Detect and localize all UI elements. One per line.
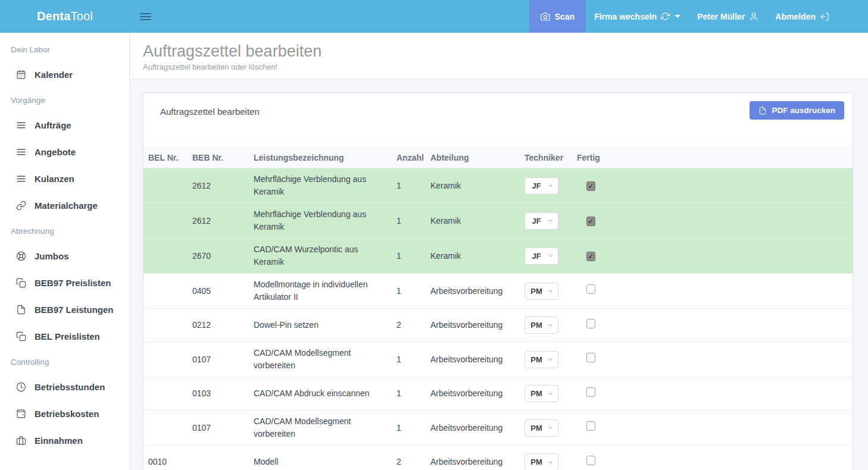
techniker-select[interactable]: PM [524, 317, 558, 334]
sidebar-item-beb97-preislisten[interactable]: BEB97 Preislisten [0, 270, 129, 296]
techniker-select[interactable]: PM [524, 453, 558, 470]
content-area: Auftragszettel bearbeiten PDF ausdrucken… [130, 80, 868, 470]
sidebar-item-label: Einnahmen [35, 435, 83, 446]
header-actions: Scan Firma wechseln Peter Müller Abmelde… [529, 0, 868, 33]
card-header: Auftragszettel bearbeiten PDF ausdrucken [143, 93, 853, 147]
logo-text-bold: Denta [37, 10, 71, 23]
logout-icon [820, 12, 829, 21]
sidebar-item-einnahmen[interactable]: Einnahmen [0, 427, 129, 454]
cell-spacer [620, 446, 853, 470]
cell-beb-nr: 0107 [188, 411, 249, 446]
order-card: Auftragszettel bearbeiten PDF ausdrucken… [143, 92, 853, 470]
sidebar-item-label: BEB97 Preislisten [35, 278, 111, 288]
fertig-checkbox[interactable] [586, 421, 595, 431]
table-row: 0405Modellmontage in individuellen Artik… [143, 274, 853, 309]
fertig-checkbox[interactable]: ✓ [586, 181, 595, 191]
column-header: Leistungsbezeichnung [249, 148, 392, 168]
techniker-select[interactable]: JF [524, 212, 558, 230]
company-switch-button[interactable]: Firma wechseln [586, 0, 689, 33]
sidebar-item-label: Kulanzen [35, 174, 74, 184]
logout-button[interactable]: Abmelden [767, 0, 838, 33]
fertig-checkbox[interactable] [586, 353, 595, 362]
table-row: 0212Dowel-Pin setzen2Arbeitsvorbereitung… [143, 309, 853, 342]
techniker-select-value: PM [525, 353, 548, 366]
fertig-checkbox[interactable]: ✓ [586, 252, 595, 261]
techniker-select[interactable]: PM [524, 283, 558, 300]
cell-bel-nr [143, 377, 188, 411]
cell-spacer [620, 168, 853, 203]
clock-icon [16, 382, 26, 392]
sidebar-item-label: Jumbos [35, 251, 69, 261]
techniker-select[interactable]: PM [524, 351, 558, 368]
fertig-checkbox[interactable] [586, 456, 595, 465]
fertig-checkbox[interactable] [586, 387, 595, 397]
chevron-down-icon [548, 288, 554, 294]
cell-fertig [572, 411, 620, 446]
cell-leistungsbezeichnung: Dowel-Pin setzen [249, 309, 392, 342]
order-table-body: 2612Mehrflächige Verblendung aus Keramik… [143, 168, 853, 470]
list-icon [16, 174, 26, 184]
list-icon [16, 147, 26, 157]
pdf-print-button[interactable]: PDF ausdrucken [750, 101, 844, 120]
app-header: DentaTool Scan Firma wechseln Peter Müll… [0, 0, 868, 33]
sidebar-item-betriebsstunden[interactable]: Betriebsstunden [0, 374, 129, 400]
column-header: Techniker [520, 148, 572, 168]
fertig-checkbox[interactable] [586, 284, 595, 294]
cell-anzahl: 2 [392, 309, 426, 342]
sidebar-item-bel-preislisten[interactable]: BEL Preislisten [0, 323, 129, 350]
chevron-down-icon [548, 459, 554, 465]
caret-down-icon [675, 15, 680, 18]
menu-toggle-icon[interactable] [140, 11, 151, 22]
sidebar-item-jumbos[interactable]: Jumbos [0, 243, 129, 270]
table-row: 0010Modell2ArbeitsvorbereitungPM [143, 446, 853, 470]
cell-anzahl: 1 [392, 274, 426, 309]
sidebar-item-kalender[interactable]: Kalender [0, 61, 129, 88]
cell-anzahl: 1 [392, 203, 426, 239]
sidebar-item-beb97-leistungen[interactable]: BEB97 Leistungen [0, 296, 129, 323]
fertig-checkbox[interactable]: ✓ [586, 217, 595, 226]
cell-fertig [572, 342, 620, 377]
cell-leistungsbezeichnung: Mehrflächige Verblendung aus Keramik [249, 168, 392, 203]
sidebar-item-label: Aufträge [35, 120, 71, 130]
fertig-checkbox[interactable] [586, 319, 595, 328]
cell-spacer [620, 274, 853, 309]
cell-beb-nr: 0405 [188, 274, 249, 309]
cell-techniker: PM [520, 377, 572, 411]
sidebar-item-angebote[interactable]: Angebote [0, 139, 129, 165]
user-menu-button[interactable]: Peter Müller [689, 0, 767, 33]
column-header: Anzahl [392, 148, 426, 168]
sidebar-item-kulanzen[interactable]: Kulanzen [0, 165, 129, 192]
techniker-select[interactable]: PM [524, 419, 558, 437]
logout-label: Abmelden [775, 12, 816, 21]
sidebar-item-label: Materialcharge [35, 200, 98, 211]
cell-leistungsbezeichnung: Modell [249, 446, 392, 470]
sidebar-item-label: Betriebsstunden [35, 382, 105, 392]
cell-beb-nr [188, 446, 249, 470]
sidebar-item-label: Kalender [35, 70, 73, 80]
cell-bel-nr [143, 274, 188, 309]
copy-icon [16, 278, 26, 288]
cell-abteilung: Arbeitsvorbereitung [426, 411, 520, 446]
table-row: 2612Mehrflächige Verblendung aus Keramik… [143, 168, 853, 203]
cell-techniker: JF [520, 168, 572, 203]
sidebar-item-materialcharge[interactable]: Materialcharge [0, 192, 129, 219]
techniker-select[interactable]: JF [524, 247, 558, 265]
cell-abteilung: Keramik [426, 203, 520, 239]
chevron-down-icon [548, 391, 554, 397]
techniker-select[interactable]: JF [524, 177, 558, 195]
column-header: Fertig [572, 148, 620, 168]
techniker-select-value: PM [525, 319, 548, 331]
sidebar-item-betriebskosten[interactable]: Betriebskosten [0, 400, 129, 427]
chevron-down-icon [548, 253, 554, 259]
sidebar-item-auftr-ge[interactable]: Aufträge [0, 112, 129, 139]
techniker-select[interactable]: PM [524, 385, 558, 402]
chevron-down-icon [548, 183, 554, 189]
cell-bel-nr [143, 168, 188, 203]
cell-abteilung: Arbeitsvorbereitung [426, 274, 520, 309]
pdf-file-icon [758, 106, 767, 115]
sidebar-item-label: BEB97 Leistungen [35, 305, 114, 315]
scan-button[interactable]: Scan [529, 0, 586, 33]
cell-bel-nr [143, 309, 188, 342]
refresh-icon [661, 12, 670, 21]
cell-abteilung: Arbeitsvorbereitung [426, 342, 520, 377]
